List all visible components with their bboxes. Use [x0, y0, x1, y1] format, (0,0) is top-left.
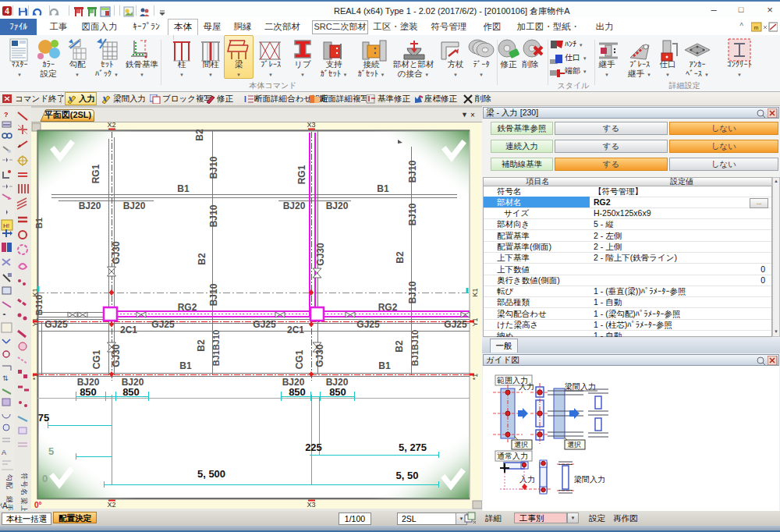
svg-text:選択: 選択 — [514, 441, 528, 449]
svg-text:B2: B2 — [394, 340, 405, 353]
svg-text:B1: B1 — [378, 360, 391, 371]
svg-text:梁上下: 梁上下 — [20, 498, 28, 511]
svg-text:5: 5 — [48, 445, 54, 457]
svg-text:BJ10: BJ10 — [34, 295, 44, 315]
svg-text:GJ30: GJ30 — [315, 243, 326, 266]
svg-text:BJ10: BJ10 — [407, 203, 418, 225]
svg-text:m: m — [754, 25, 759, 30]
svg-text:CG1: CG1 — [91, 349, 102, 369]
svg-text:5, 50: 5, 50 — [396, 470, 419, 481]
svg-text:B2: B2 — [196, 339, 207, 352]
svg-text:BJ20: BJ20 — [122, 377, 144, 388]
svg-text:GJ25: GJ25 — [444, 319, 467, 330]
svg-text:GJ25: GJ25 — [253, 319, 276, 330]
svg-text:A: A — [2, 449, 6, 456]
svg-text:0: 0 — [42, 473, 48, 484]
svg-text:選択: 選択 — [567, 441, 581, 449]
svg-text:B1: B1 — [34, 218, 44, 229]
svg-text:GJ30: GJ30 — [314, 344, 325, 367]
svg-text:4: 4 — [5, 7, 9, 16]
svg-text:勾配: 勾配 — [5, 473, 13, 490]
svg-text:CG1: CG1 — [294, 349, 305, 369]
svg-text:850: 850 — [289, 386, 306, 398]
svg-text:GJ25: GJ25 — [44, 319, 68, 330]
svg-text:BJ1BJ10: BJ1BJ10 — [410, 330, 420, 366]
svg-text:BJ10: BJ10 — [407, 160, 418, 183]
svg-text:BJ20: BJ20 — [283, 200, 306, 211]
svg-text:RG2: RG2 — [378, 302, 398, 313]
svg-text:GJ30: GJ30 — [111, 241, 122, 264]
svg-text:X3: X3 — [307, 501, 315, 509]
svg-text:符号名: 符号名 — [20, 473, 28, 496]
svg-text:◓: ◓ — [2, 311, 6, 318]
svg-text:2C1: 2C1 — [120, 325, 137, 335]
svg-text:0°: 0° — [34, 501, 42, 509]
svg-text:BJ20: BJ20 — [326, 377, 349, 388]
svg-text:GJ25: GJ25 — [356, 319, 380, 330]
svg-text:RG2: RG2 — [178, 302, 197, 313]
svg-text:X2: X2 — [107, 501, 115, 509]
svg-text:RG1: RG1 — [90, 164, 101, 183]
svg-text:B1: B1 — [377, 183, 389, 194]
svg-text:BJ20: BJ20 — [282, 377, 305, 388]
svg-text:850: 850 — [80, 386, 97, 398]
svg-text:BJ10: BJ10 — [407, 281, 418, 303]
svg-text:H!: H! — [3, 222, 9, 229]
svg-text:⇅: ⇅ — [2, 374, 9, 382]
svg-text:?: ? — [4, 111, 9, 119]
svg-text:GJ25: GJ25 — [151, 319, 175, 330]
svg-text:850: 850 — [329, 386, 346, 398]
svg-text:I: I — [244, 95, 246, 104]
svg-text:BJ20: BJ20 — [79, 200, 101, 211]
svg-text:X3: X3 — [307, 121, 315, 129]
svg-text:RG1: RG1 — [296, 165, 307, 184]
svg-text:BJ20: BJ20 — [326, 200, 349, 211]
svg-text:5, 275: 5, 275 — [399, 442, 427, 453]
svg-text:ﾌﾞﾚｰｽ符号: ﾌﾞﾚｰｽ符号 — [0, 502, 3, 511]
svg-text:BJ10: BJ10 — [208, 283, 219, 306]
svg-text:▼: ▼ — [461, 111, 468, 119]
svg-text:75: 75 — [38, 412, 49, 424]
svg-text:BJ20: BJ20 — [77, 377, 100, 388]
svg-text:B1: B1 — [179, 360, 192, 371]
svg-text:B2: B2 — [194, 129, 205, 141]
svg-text:平面図(2SL): 平面図(2SL) — [44, 110, 92, 119]
svg-text:×: × — [470, 111, 475, 119]
svg-text:X2: X2 — [107, 121, 115, 129]
svg-text:BJ10: BJ10 — [208, 204, 219, 227]
svg-text:入力: 入力 — [519, 382, 534, 391]
svg-text:BJ20: BJ20 — [123, 200, 146, 211]
svg-text:225: 225 — [305, 442, 322, 453]
svg-text:K1: K1 — [471, 288, 479, 296]
svg-text:入力: 入力 — [519, 475, 535, 484]
svg-text:B2: B2 — [197, 253, 207, 265]
svg-text:BJ1BJ10: BJ1BJ10 — [211, 330, 221, 366]
svg-text:B1: B1 — [177, 183, 190, 194]
svg-text:B2: B2 — [395, 251, 406, 264]
svg-text:850: 850 — [122, 386, 140, 398]
svg-text:GJ30: GJ30 — [111, 344, 122, 367]
svg-text:5, 500: 5, 500 — [197, 468, 225, 480]
svg-text:2C1: 2C1 — [287, 325, 304, 335]
svg-text:通常入力: 通常入力 — [497, 452, 528, 460]
svg-text:BJ10: BJ10 — [208, 156, 219, 179]
svg-text:梁間入力: 梁間入力 — [574, 475, 605, 484]
